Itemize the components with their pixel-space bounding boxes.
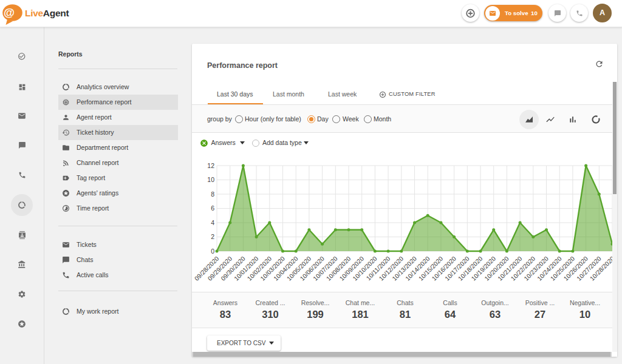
svg-text:4: 4 bbox=[211, 219, 214, 226]
svg-text:12: 12 bbox=[207, 162, 214, 169]
svg-text:8: 8 bbox=[211, 190, 214, 198]
svg-text:10: 10 bbox=[207, 176, 214, 183]
svg-text:2: 2 bbox=[211, 233, 214, 240]
svg-text:0: 0 bbox=[211, 248, 214, 255]
svg-text:6: 6 bbox=[211, 204, 214, 212]
svg-text:@: @ bbox=[4, 6, 15, 19]
